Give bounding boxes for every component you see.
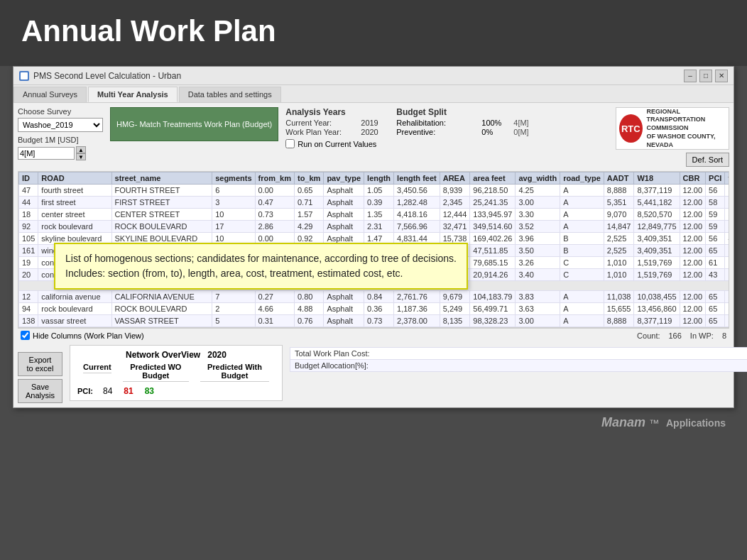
col-length-feet[interactable]: length feet — [394, 172, 440, 185]
network-cols: Current Predicted WO Budget Predicted Wi… — [77, 363, 275, 383]
export-btns: Export to excel Save Analysis — [18, 352, 62, 403]
logo-area: RTC REGIONALTRANSPORTATIONCOMMISSIONOF W… — [616, 107, 729, 167]
rtc-text: REGIONALTRANSPORTATIONCOMMISSIONOF WASHO… — [647, 108, 726, 149]
def-sort-button[interactable]: Def. Sort — [686, 153, 729, 167]
col-road[interactable]: ROAD — [38, 172, 111, 185]
analysis-work-plan-year: Work Plan Year: 2020 — [285, 128, 389, 136]
budget-split-col: Budget Split Rehalibitation: 100% 4[M] P… — [396, 107, 528, 137]
col-to-km[interactable]: to_km — [294, 172, 323, 185]
hide-cols-label: Hide Columns (Work Plan View) — [33, 331, 144, 340]
export-excel-button[interactable]: Export to excel — [18, 352, 62, 376]
tooltip-text1: List of homogenous sections; candidates … — [65, 253, 457, 264]
budget-input[interactable] — [18, 147, 75, 160]
preventive-label: Preventive: — [396, 128, 474, 136]
spin-up[interactable]: ▲ — [76, 146, 86, 153]
survey-group: Choose Survey Washoe_2019 Budget 1M [USD… — [18, 107, 103, 160]
work-plan-table: Total Work Plan Cost: 3,347,903 Budget A… — [290, 347, 747, 372]
count-label: Count: — [637, 331, 660, 340]
table-row[interactable]: 138vassar streetVASSAR STREET50.310.76As… — [19, 315, 730, 327]
main-window: PMS Second Level Calculation - Urban – □… — [13, 66, 734, 408]
window-titlebar: PMS Second Level Calculation - Urban – □… — [13, 67, 734, 85]
manam-logo: Manam ™ Applications — [601, 415, 726, 430]
tooltip-box: List of homogenous sections; candidates … — [54, 243, 468, 290]
col-length[interactable]: length — [364, 172, 394, 185]
network-col-with: Predicted With Budget — [195, 363, 275, 383]
rtc-circle: RTC — [619, 114, 643, 143]
rehab-row: Rehalibitation: 100% 4[M] — [396, 119, 528, 127]
wo-col-header: Predicted WO Budget — [123, 363, 189, 382]
col-road-type[interactable]: road_type — [560, 172, 604, 185]
col-from-km[interactable]: from_km — [255, 172, 294, 185]
tab-data-tables[interactable]: Data tables and settings — [179, 87, 281, 102]
tab-annual-surveys[interactable]: Annual Surveys — [13, 87, 87, 102]
total-cost-label: Total Work Plan Cost: — [290, 347, 747, 359]
table-row[interactable]: 18center streetCENTER STREET100.731.57As… — [19, 209, 730, 221]
col-cbr[interactable]: CBR — [680, 172, 706, 185]
brand-tm: ™ — [649, 417, 659, 429]
svg-rect-0 — [21, 72, 28, 79]
work-plan-value: 2020 — [361, 128, 389, 136]
inwp-label: In WP: — [690, 331, 714, 340]
col-traffic-index[interactable]: traffic_index — [725, 172, 729, 185]
work-plan-cost-area: Total Work Plan Cost: 3,347,903 Budget A… — [290, 345, 747, 373]
brand-suffix: Applications — [666, 417, 726, 429]
budget-label: Budget 1M [USD] — [18, 136, 103, 144]
rehab-val: 4[M] — [513, 119, 528, 127]
spin-down[interactable]: ▼ — [76, 153, 86, 160]
col-street-name[interactable]: street_name — [111, 172, 212, 185]
pci-with: 83 — [139, 386, 160, 396]
run-current-values: Run on Current Values — [285, 139, 389, 148]
budget-split-title: Budget Split — [396, 107, 528, 117]
pci-current: 84 — [97, 386, 118, 396]
with-col-header: Predicted With Budget — [200, 363, 269, 382]
preventive-val: 0[M] — [513, 128, 528, 136]
data-table-wrapper: ID ROAD street_name segments from_km to_… — [18, 171, 729, 328]
col-pci[interactable]: PCI — [706, 172, 725, 185]
table-row[interactable]: 94rock boulevardROCK BOULEVARD24.664.88A… — [19, 303, 730, 315]
col-area[interactable]: AREA — [440, 172, 470, 185]
save-analysis-button[interactable]: Save Analysis — [18, 379, 62, 403]
survey-select[interactable]: Washoe_2019 — [18, 118, 103, 132]
rehab-label: Rehalibitation: — [396, 119, 474, 127]
controls-row: Choose Survey Washoe_2019 Budget 1M [USD… — [18, 107, 729, 167]
col-aadt[interactable]: AADT — [604, 172, 634, 185]
rehab-pct: 100% — [481, 119, 506, 127]
pci-wo: 81 — [118, 386, 138, 396]
hmg-button[interactable]: HMG- Match Treatments Work Plan (Budget) — [110, 107, 278, 141]
budget-spinner: ▲ ▼ — [76, 146, 86, 160]
current-year-label: Current Year: — [285, 119, 356, 127]
preventive-row: Preventive: 0% 0[M] — [396, 128, 528, 136]
budget-input-row: ▲ ▼ — [18, 146, 103, 160]
col-area-feet[interactable]: area feet — [470, 172, 516, 185]
pci-current-val: 84 — [103, 386, 112, 396]
tab-multi-year[interactable]: Multi Year Analysis — [88, 87, 178, 102]
minimize-button[interactable]: – — [684, 70, 697, 82]
table-row[interactable]: 47fourth streetFOURTH STREET60.000.65Asp… — [19, 185, 730, 197]
table-row[interactable]: 12california avenueCALIFORNIA AVENUE70.2… — [19, 291, 730, 303]
analysis-current-year: Current Year: 2019 — [285, 119, 389, 127]
content-area: Choose Survey Washoe_2019 Budget 1M [USD… — [13, 103, 734, 407]
work-plan-label: Work Plan Year: — [285, 128, 356, 136]
rtc-logo: RTC REGIONALTRANSPORTATIONCOMMISSIONOF W… — [616, 107, 729, 150]
close-button[interactable]: ✕ — [715, 70, 728, 82]
col-avg-width[interactable]: avg_width — [516, 172, 560, 185]
count-info: Count: 166 In WP: 8 — [637, 331, 726, 340]
count-value: 166 — [669, 331, 682, 340]
table-row[interactable]: 92rock boulevardROCK BOULEVARD172.864.29… — [19, 221, 730, 233]
col-id[interactable]: ID — [19, 172, 38, 185]
footer: Manam ™ Applications — [0, 408, 747, 437]
run-current-checkbox[interactable] — [285, 139, 295, 148]
hide-cols-check: Hide Columns (Work Plan View) — [21, 331, 144, 340]
pci-with-val: 83 — [145, 386, 154, 396]
pci-label: PCI: — [77, 387, 93, 395]
col-pav-type[interactable]: pav_type — [324, 172, 364, 185]
network-overview: Network OverView 2020 Current Predicted … — [70, 345, 283, 401]
maximize-button[interactable]: □ — [699, 70, 712, 82]
col-w18[interactable]: W18 — [634, 172, 680, 185]
titlebar-left: PMS Second Level Calculation - Urban — [19, 71, 181, 81]
col-segments[interactable]: segments — [212, 172, 255, 185]
pci-row: PCI: 84 81 83 — [77, 386, 275, 396]
hide-cols-checkbox[interactable] — [21, 331, 30, 340]
pci-wo-val: 81 — [124, 386, 133, 396]
table-row[interactable]: 44first streetFIRST STREET30.470.71Aspha… — [19, 197, 730, 209]
